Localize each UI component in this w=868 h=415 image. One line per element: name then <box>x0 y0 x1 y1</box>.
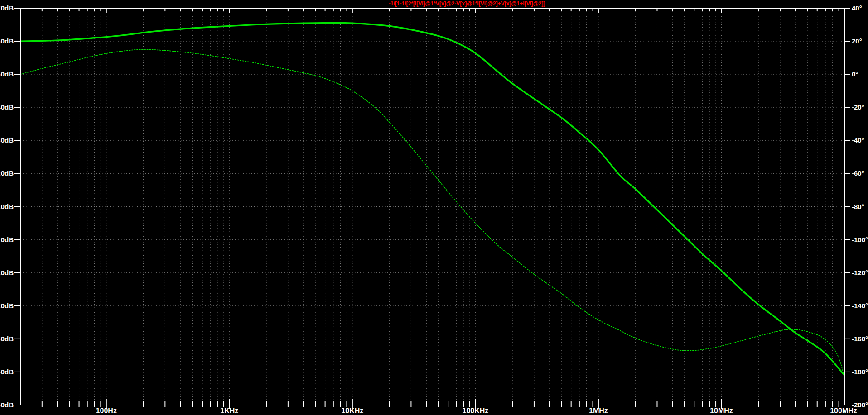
right-axis-label: -40° <box>852 136 864 144</box>
waveform-viewer: -1/[1-1/[2*[I[Vi]@1*V[x]@2-V[x]@1*I[Vi]@… <box>0 0 868 415</box>
left-axis-label: -50dB <box>0 401 14 409</box>
right-axis-label: -180° <box>852 368 868 376</box>
plot-background <box>0 0 868 415</box>
left-axis-label: 60dB <box>0 37 14 45</box>
left-axis-label: -40dB <box>0 368 14 376</box>
right-axis-label: -100° <box>852 236 868 243</box>
x-axis-label: 1MHz <box>589 407 608 415</box>
right-axis-label: -20° <box>852 103 864 111</box>
right-axis-label: -80° <box>852 203 864 210</box>
right-axis-label: -60° <box>852 169 864 177</box>
left-axis-label: 30dB <box>0 136 14 144</box>
left-axis-label: -30dB <box>0 335 14 343</box>
bode-plot-pane[interactable]: 70dB60dB50dB40dB30dB20dB10dB0dB-10dB-20d… <box>0 0 868 415</box>
plot-title: -1/[1-1/[2*[I[Vi]@1*V[x]@2-V[x]@1*I[Vi]@… <box>0 0 868 7</box>
right-axis-label: 20° <box>852 37 862 45</box>
x-axis-label: 10KHz <box>341 407 363 415</box>
left-axis-label: -20dB <box>0 302 14 310</box>
left-axis-label: 0dB <box>1 236 14 243</box>
left-axis-label: -10dB <box>0 269 14 277</box>
right-axis-label: -140° <box>852 302 868 310</box>
x-axis-label: 100Hz <box>96 407 117 415</box>
left-axis-label: 10dB <box>0 203 14 210</box>
x-axis-label: 100MHz <box>830 407 857 415</box>
right-axis-label: 0° <box>852 70 858 78</box>
left-axis-label: 40dB <box>0 103 14 111</box>
left-axis-label: 50dB <box>0 70 14 78</box>
left-axis-label: 20dB <box>0 169 14 177</box>
x-axis-label: 10MHz <box>710 407 733 415</box>
right-axis-label: -160° <box>852 335 868 343</box>
x-axis-label: 100KHz <box>462 407 488 415</box>
x-axis-label: 1KHz <box>220 407 238 415</box>
right-axis-label: -120° <box>852 269 868 277</box>
